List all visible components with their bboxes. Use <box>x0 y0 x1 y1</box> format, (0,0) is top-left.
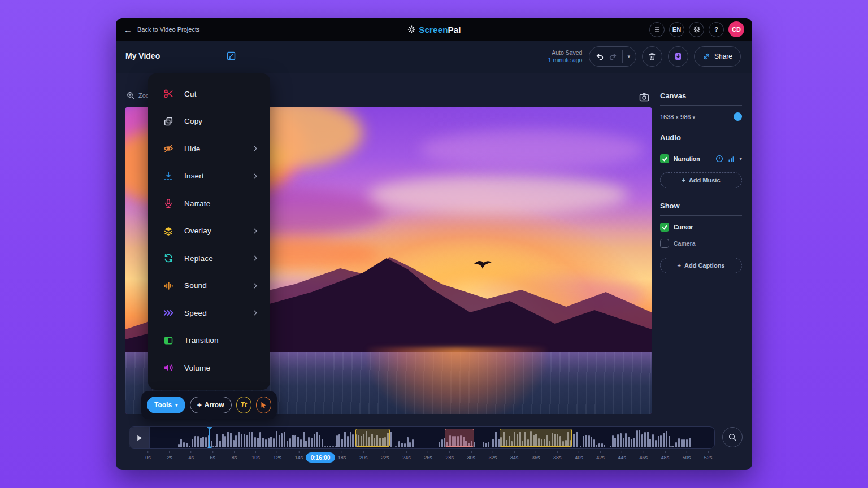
menu-item-hide[interactable]: Hide <box>148 135 270 163</box>
canvas-color-dot[interactable] <box>734 112 742 121</box>
back-label: Back to Video Projects <box>137 26 199 33</box>
download-file-icon <box>674 52 683 61</box>
menu-item-label: Narrate <box>184 199 210 208</box>
tools-dropdown-button[interactable]: Tools▾ <box>147 396 185 413</box>
history-dropdown-caret[interactable]: ▾ <box>627 54 630 59</box>
show-heading: Show <box>660 202 742 210</box>
menu-item-overlay[interactable]: Overlay <box>148 217 270 245</box>
timeline-ruler: 0s2s4s6s8s10s12s14s0:16:0018s20s22s24s26… <box>129 451 715 468</box>
user-avatar[interactable]: CD <box>728 21 744 37</box>
tick-label: 32s <box>489 451 497 460</box>
menu-item-label: Volume <box>184 364 210 372</box>
snapshot-camera-icon[interactable] <box>639 91 650 103</box>
chevron-right-icon <box>252 282 259 289</box>
menu-item-copy[interactable]: Copy <box>148 108 270 136</box>
plus-icon: + <box>678 262 681 269</box>
trash-icon <box>648 52 657 61</box>
language-button[interactable]: EN <box>669 22 684 37</box>
chevron-right-icon <box>252 310 259 316</box>
tick-label: 22s <box>381 451 389 460</box>
tick-label: 24s <box>402 451 411 460</box>
menu-item-insert[interactable]: Insert <box>148 163 270 190</box>
help-button[interactable]: ? <box>709 22 724 37</box>
plus-icon: + <box>682 177 685 184</box>
play-button[interactable] <box>129 427 150 448</box>
tick-label: 2s <box>167 451 172 460</box>
menu-item-label: Sound <box>184 281 207 290</box>
menu-item-label: Copy <box>184 117 202 125</box>
tick-label: 28s <box>445 451 454 460</box>
back-arrow-icon: ← <box>124 25 132 34</box>
replace-icon <box>163 252 174 264</box>
add-captions-button[interactable]: +Add Captions <box>660 258 742 273</box>
menu-item-narrate[interactable]: Narrate <box>148 190 270 217</box>
menu-item-sound[interactable]: Sound <box>148 272 270 300</box>
timeline-highlight-region[interactable] <box>500 429 572 447</box>
main-menu-button[interactable] <box>649 22 665 37</box>
canvas-size-dropdown[interactable]: 1638 x 986 ▾ <box>660 114 695 120</box>
integrations-button[interactable] <box>689 22 704 37</box>
menu-item-transition[interactable]: Transition <box>148 327 270 355</box>
app-window: ← Back to Video Projects ScreenPal EN <box>116 18 752 470</box>
audio-heading: Audio <box>660 133 742 142</box>
share-button[interactable]: Share <box>694 46 741 67</box>
layers-icon <box>163 225 174 237</box>
tick-label: 34s <box>510 451 519 460</box>
layers-stack-icon <box>693 25 701 33</box>
camera-label: Camera <box>674 240 696 247</box>
cursor-label: Cursor <box>674 224 693 230</box>
menu-item-label: Speed <box>184 309 207 317</box>
menu-item-label: Replace <box>184 254 213 263</box>
hamburger-icon <box>653 25 661 33</box>
timeline-zoom-button[interactable] <box>722 427 743 447</box>
undo-button[interactable] <box>595 52 604 61</box>
narration-caret[interactable]: ▾ <box>739 156 742 162</box>
chevron-right-icon <box>252 173 259 180</box>
screenpal-logo: ScreenPal <box>407 25 461 34</box>
project-title: My Video <box>125 51 160 60</box>
redo-button[interactable] <box>609 52 618 61</box>
add-music-button[interactable]: +Add Music <box>660 172 742 188</box>
bird-silhouette <box>472 258 497 272</box>
eye-off-icon <box>163 143 174 154</box>
delete-button[interactable] <box>642 46 662 67</box>
export-button[interactable] <box>668 46 688 67</box>
copy-icon <box>163 116 174 127</box>
menu-item-speed[interactable]: Speed <box>148 299 270 327</box>
menu-item-volume[interactable]: Volume <box>148 354 270 382</box>
narration-checkbox[interactable] <box>660 154 669 163</box>
cloud-shape <box>419 130 645 169</box>
tick-label: 42s <box>596 451 605 460</box>
timeline-highlight-region[interactable] <box>355 429 390 447</box>
tick-label: 20s <box>359 451 368 460</box>
narration-alert-icon[interactable] <box>715 155 723 163</box>
rename-icon[interactable] <box>226 51 236 61</box>
volume-icon <box>163 362 174 373</box>
current-time-pill: 0:16:00 <box>306 452 335 463</box>
timeline-highlight-region[interactable] <box>445 429 474 447</box>
audio-waveform <box>129 427 714 448</box>
tick-label: 44s <box>618 451 626 460</box>
add-arrow-button[interactable]: +Arrow <box>190 396 232 413</box>
mic-icon <box>163 198 174 209</box>
timeline-track[interactable] <box>129 426 715 449</box>
chevron-right-icon <box>252 228 259 234</box>
cursor-checkbox[interactable] <box>660 223 669 232</box>
camera-checkbox[interactable] <box>660 239 669 248</box>
scissors-icon <box>163 88 174 99</box>
cursor-tool-button[interactable] <box>256 396 271 413</box>
tick-label: 18s <box>338 451 346 460</box>
project-header: My Video Auto Saved 1 minute ago <box>116 41 752 73</box>
menu-item-label: Hide <box>184 145 201 153</box>
playhead[interactable] <box>209 427 210 448</box>
menu-item-replace[interactable]: Replace <box>148 245 270 272</box>
menu-item-cut[interactable]: Cut <box>148 80 270 108</box>
tick-label: 52s <box>704 451 713 460</box>
menu-item-label: Cut <box>184 90 197 98</box>
narration-volume-bars-icon[interactable] <box>727 155 735 163</box>
tick-label: 0s <box>145 451 151 460</box>
text-tool-button[interactable]: Tt <box>236 396 251 413</box>
link-icon <box>702 53 710 60</box>
menu-item-label: Insert <box>184 172 204 180</box>
back-to-projects-link[interactable]: ← Back to Video Projects <box>124 25 199 34</box>
